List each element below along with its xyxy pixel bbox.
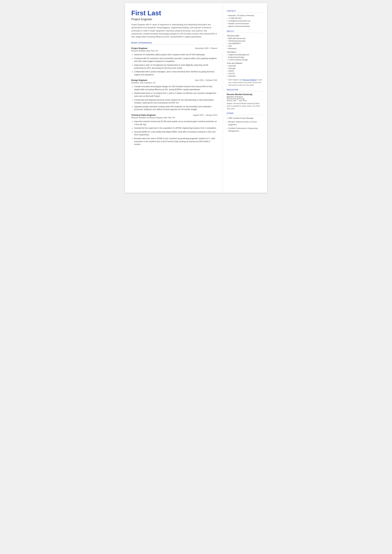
list-item: Boosted sales from start to $700K in jus… — [134, 137, 217, 146]
list-item: SOLIDWORKS — [227, 42, 263, 44]
list-item: PMP-Certified Project Manager. — [227, 117, 263, 119]
candidate-name: First Last — [131, 9, 217, 17]
skills-promo-note: Don't forget to use Resume Worded to sca… — [227, 78, 263, 86]
resume-page: First Last Project Engineer Project Engi… — [125, 3, 267, 193]
edu-field: Electrical Engineering — [227, 98, 263, 100]
job-block-2: Design Engineer June 2013 – October 2015… — [131, 79, 217, 111]
edu-location: Boston, MA — July 2010 — [227, 100, 263, 102]
list-item: Partnered with 50 contractors and succes… — [134, 57, 217, 63]
job-block-3: Technical Sales Engineer August 2010 – J… — [131, 114, 217, 146]
technical-skills-label: Technical Skills: — [227, 35, 263, 37]
techniques-label: Techniques: — [227, 51, 263, 53]
contact-header: CONTACT — [227, 10, 263, 13]
skills-header: SKILLS — [227, 30, 263, 33]
list-item: Certified Professional in Engineering Ma… — [227, 127, 263, 133]
education-header: EDUCATION — [227, 89, 263, 91]
work-experience-header: WORK EXPERIENCE — [131, 42, 217, 44]
tools-label: Tools and Software: — [227, 62, 263, 64]
list-item: Delivered 10 multimillion-dollar project… — [134, 53, 217, 56]
list-item: Collaborated with 5 project managers, an… — [134, 70, 217, 76]
list-item: +1-989-555-554 — [227, 17, 263, 19]
right-column: CONTACT Nashville, TN (Open to Remote) +… — [223, 3, 267, 193]
list-item: Control Systems Design — [227, 59, 263, 61]
job-bullets-2: Created innovative technological designs… — [131, 85, 217, 111]
tools-list: AutoCAD InDesign Sketch Civil 3D Illustr… — [227, 65, 263, 77]
techniques-category: Techniques: Engineering Management Engin… — [227, 51, 263, 61]
job-title-3: Technical Sales Engineer — [131, 114, 156, 116]
list-item: Secured $200K for a new facility that he… — [134, 130, 217, 136]
tools-category: Tools and Software: AutoCAD InDesign Ske… — [227, 62, 263, 77]
list-item: Engineering Design — [227, 56, 263, 58]
list-item: Constructed and deployed electrical cont… — [134, 98, 217, 104]
skills-note-text: Don't forget to use — [228, 79, 243, 81]
job-header-1: Project Engineer November 2015 – Present — [131, 47, 217, 49]
list-item: Civil 3D — [227, 72, 263, 74]
list-item: MATLAB (Advanced) — [227, 37, 263, 39]
job-bullets-3: Improved customer revenue by $1.5M every… — [131, 120, 217, 146]
list-item: Illustrator — [227, 75, 263, 77]
list-item: Created innovative technological designs… — [134, 85, 217, 91]
list-item: SQL — [227, 45, 263, 47]
candidate-title: Project Engineer — [131, 18, 217, 21]
job-block-1: Project Engineer November 2015 – Present… — [131, 47, 217, 76]
list-item: Nashville, TN (Open to Remote) — [227, 14, 263, 16]
list-item: InDesign — [227, 67, 263, 69]
techniques-list: Engineering Management Engineering Desig… — [227, 54, 263, 61]
list-item: github.com/resumeworded — [227, 25, 263, 27]
job-company-2: Growthsi, San Francisco, CA — [131, 82, 217, 84]
list-item: linkedin.com/in/username — [227, 23, 263, 24]
job-title-2: Design Engineer — [131, 79, 148, 81]
summary-text: Project Engineer with 9+ years of experi… — [131, 23, 217, 38]
list-item: Member, National Society of Future Engin… — [227, 120, 263, 126]
job-header-3: Technical Sales Engineer August 2010 – J… — [131, 114, 217, 116]
technical-skills-category: Technical Skills: MATLAB (Advanced) CATI… — [227, 35, 263, 49]
edu-awards: Awards: Resume Worded Teaching Fellow (o… — [227, 102, 263, 110]
list-item: Slashed lead times on 15 projects from 1… — [134, 92, 217, 98]
job-company-1: Resume Worded, New York, NY — [131, 50, 217, 52]
job-dates-3: August 2010 – January 2013 — [193, 114, 217, 116]
education-block: Resume Worded University Bachelor of Sci… — [227, 93, 263, 110]
other-list: PMP-Certified Project Manager. Member, N… — [227, 117, 263, 132]
left-column: First Last Project Engineer Project Engi… — [125, 3, 223, 193]
edu-degree: Bachelor of Science — [227, 96, 263, 98]
job-header-2: Design Engineer June 2013 – October 2015 — [131, 79, 217, 81]
list-item: Improved customer revenue by $1.5M every… — [134, 120, 217, 126]
edu-school: Resume Worded University — [227, 93, 263, 96]
resume-worded-link[interactable]: Resume Worded — [243, 79, 256, 81]
technical-skills-list: MATLAB (Advanced) CATIA (Experienced) SO… — [227, 37, 263, 49]
job-dates-2: June 2013 – October 2015 — [195, 79, 217, 81]
list-item: Assisted the line supervisor in the acqu… — [134, 127, 217, 130]
list-item: Engineering Management — [227, 54, 263, 56]
list-item: email@resumeworded.com — [227, 20, 263, 22]
contact-list: Nashville, TN (Open to Remote) +1-989-55… — [227, 14, 263, 27]
list-item: AutoCAD — [227, 65, 263, 67]
list-item: Supervised a team of 23 engineers by ins… — [134, 64, 217, 70]
job-bullets-1: Delivered 10 multimillion-dollar project… — [131, 53, 217, 76]
job-dates-1: November 2015 – Present — [195, 47, 217, 49]
other-header: OTHER — [227, 112, 263, 115]
list-item: Bluebeam — [227, 48, 263, 49]
list-item: CATIA (Experienced) — [227, 40, 263, 42]
list-item: Upgraded quality standards company-wide … — [134, 105, 217, 111]
job-title-1: Project Engineer — [131, 47, 148, 49]
job-company-3: Resume Worded's Exciting Company, New Yo… — [131, 117, 217, 119]
list-item: Sketch — [227, 70, 263, 72]
